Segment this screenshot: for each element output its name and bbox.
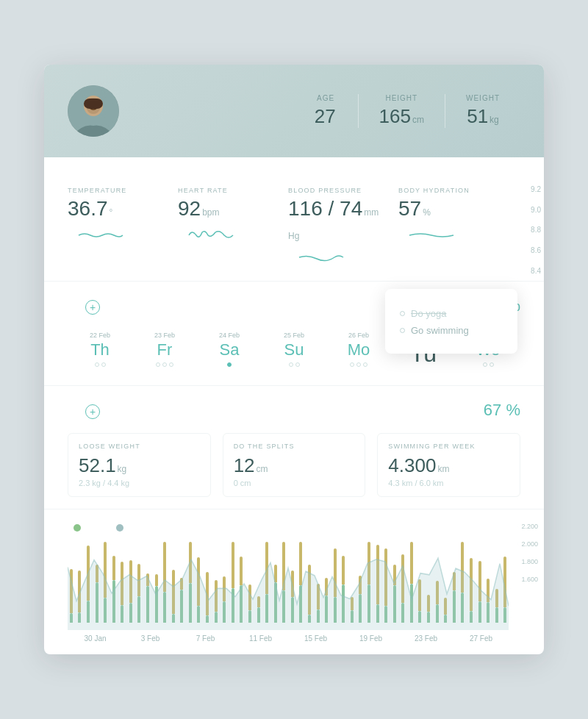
- x-axis-label: 3 Feb: [123, 634, 178, 643]
- goal-item-loose-weight: LOOSE WEIGHT 52.1kg 2.3 kg / 4.4 kg: [68, 433, 211, 497]
- goals-finished-value: 67 %: [484, 401, 520, 420]
- goals-grid: LOOSE WEIGHT 52.1kg 2.3 kg / 4.4 kg DO T…: [68, 433, 520, 497]
- stat-item-heart-rate: HEART RATE 92bpm: [178, 187, 288, 268]
- x-axis-label: 15 Feb: [288, 634, 343, 643]
- day-col-sa[interactable]: 24 Feb Sa: [197, 329, 262, 373]
- charts-header: 2.200 2.000 1.800 1.600: [68, 524, 509, 532]
- goals-section: + 67 % LOOSE WEIGHT 52.1kg 2.3 kg / 4.4 …: [44, 386, 544, 509]
- tooltip-tasks: Do yogaGo swimming: [400, 308, 503, 336]
- header-stat-height: HEIGHT 165cm: [358, 94, 445, 128]
- stats-section: TEMPERATURE 36.7° HEART RATE 92bpm BLOOD…: [44, 157, 544, 282]
- day-col-fr[interactable]: 23 Feb Fr: [132, 329, 197, 373]
- x-axis-labels: 30 Jan3 Feb7 Feb11 Feb15 Feb19 Feb23 Feb…: [68, 630, 509, 643]
- x-axis-label: 30 Jan: [68, 634, 123, 643]
- x-axis-label: 7 Feb: [178, 634, 233, 643]
- x-axis-label: 23 Feb: [398, 634, 453, 643]
- goal-item-do-the-splits: DO THE SPLITS 12cm 0 cm: [223, 433, 366, 497]
- x-axis-label: 11 Feb: [233, 634, 288, 643]
- stats-grid: TEMPERATURE 36.7° HEART RATE 92bpm BLOOD…: [68, 187, 509, 268]
- chart-activity-title: [110, 524, 123, 532]
- day-col-su[interactable]: 25 Feb Su: [262, 329, 326, 373]
- x-axis-label: 27 Feb: [453, 634, 509, 643]
- svg-rect-5: [84, 99, 103, 109]
- tasks-section: + 83 % 22 Feb Th 23 Feb Fr 24 Feb Sa 25 …: [44, 282, 544, 386]
- tooltip-task: Go swimming: [400, 325, 503, 336]
- day-col-mo[interactable]: 26 Feb Mo: [326, 329, 391, 373]
- chart-calories-title: [68, 524, 81, 532]
- avatar: [68, 85, 119, 137]
- task-tooltip: Do yogaGo swimming: [385, 289, 517, 354]
- user-info: [140, 110, 273, 112]
- add-task-button[interactable]: +: [85, 300, 100, 315]
- charts-section: 2.200 2.000 1.800 1.600: [44, 509, 544, 654]
- stat-item-temperature: TEMPERATURE 36.7°: [68, 187, 178, 268]
- tooltip-task: Do yoga: [400, 308, 503, 319]
- profile-header: AGE 27HEIGHT 165cmWEIGHT 51kg: [44, 65, 544, 157]
- day-col-th[interactable]: 22 Feb Th: [68, 329, 132, 373]
- header-stat-weight: WEIGHT 51kg: [445, 94, 520, 128]
- main-card: AGE 27HEIGHT 165cmWEIGHT 51kg TEMPERATUR…: [44, 65, 544, 654]
- stats-right-axis: 9.29.08.88.68.4: [517, 157, 544, 281]
- add-goal-button[interactable]: +: [85, 404, 100, 419]
- header-stat-age: AGE 27: [294, 94, 358, 128]
- x-axis-label: 19 Feb: [343, 634, 398, 643]
- goals-header: + 67 %: [68, 401, 520, 420]
- activity-dot: [116, 524, 123, 532]
- chart-area: [68, 542, 509, 630]
- stat-item-blood-pressure: BLOOD PRESSURE 116 / 74mm Hg: [288, 187, 398, 268]
- calories-dot: [74, 524, 81, 532]
- goal-item-swimming-per-week: SWIMMING PER WEEK 4.300km 4.3 km / 6.0 k…: [377, 433, 520, 497]
- header-stats: AGE 27HEIGHT 165cmWEIGHT 51kg: [294, 94, 520, 128]
- stat-item-body-hydration: BODY HYDRATION 57%: [398, 187, 509, 268]
